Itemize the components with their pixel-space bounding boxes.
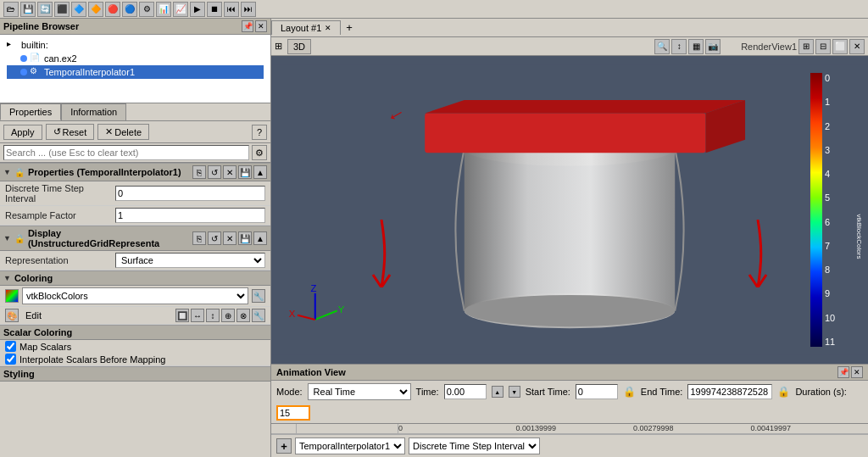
toolbar-icon-2[interactable]: 💾: [20, 2, 36, 17]
footer-source-select[interactable]: TemporalInterpolator1: [295, 437, 405, 454]
coloring-section-toggle[interactable]: ▼: [3, 274, 11, 282]
temporal-section-title: Properties (TemporalInterpolator1): [28, 167, 181, 177]
layout-tab[interactable]: Layout #1 ✕: [271, 20, 341, 35]
tab-close-btn[interactable]: ✕: [325, 24, 331, 32]
svg-text:Y: Y: [338, 304, 345, 315]
split-h-btn[interactable]: ⊞: [798, 39, 814, 54]
ruler-tick-3: 0.00419997: [751, 424, 792, 432]
representation-select[interactable]: Surface Wireframe Points Surface With Ed…: [115, 253, 265, 268]
toolbar-icon-13[interactable]: ⏹: [207, 2, 222, 17]
toolbar-icon-10[interactable]: 📊: [156, 2, 171, 17]
lock-icon-2: 🔒: [777, 386, 790, 398]
resample-factor-input[interactable]: [115, 208, 265, 223]
toolbar-icon-8[interactable]: 🔵: [122, 2, 137, 17]
toolbar-icon-3[interactable]: 🔄: [37, 2, 53, 17]
view-interact-btn[interactable]: ↕: [671, 39, 687, 54]
tree-item-canex2[interactable]: 📄 can.ex2: [7, 52, 264, 65]
legend-label-0: 0: [825, 73, 835, 83]
color-icon-4[interactable]: ⊕: [221, 309, 235, 322]
map-scalars-label: Map Scalars: [19, 342, 71, 352]
start-time-input[interactable]: [576, 384, 618, 399]
toolbar-icon-6[interactable]: 🔶: [88, 2, 103, 17]
time-spin-up[interactable]: ▲: [492, 386, 504, 398]
temporal-scroll-btn[interactable]: ▲: [253, 165, 267, 179]
view-select-btn[interactable]: ▦: [688, 39, 704, 54]
interpolate-row: Interpolate Scalars Before Mapping: [0, 353, 270, 366]
display-section-actions: ⎘ ↺ ✕ 💾 ▲: [192, 231, 267, 245]
color-icon-6[interactable]: 🔧: [252, 309, 265, 322]
rescale-btn[interactable]: 🔧: [252, 289, 265, 303]
color-icon-3[interactable]: ↕: [206, 309, 220, 322]
display-copy-btn[interactable]: ⎘: [192, 231, 206, 245]
duration-input[interactable]: [276, 405, 310, 421]
time-spin-down[interactable]: ▼: [509, 386, 520, 398]
search-settings-btn[interactable]: ⚙: [252, 145, 267, 160]
display-scroll-btn[interactable]: ▲: [253, 231, 267, 245]
add-track-btn[interactable]: +: [276, 438, 292, 454]
tab-add-btn[interactable]: +: [341, 20, 358, 36]
end-time-label: End Time:: [641, 387, 683, 397]
split-v-btn[interactable]: ⊟: [815, 39, 831, 54]
map-scalars-checkbox[interactable]: [5, 341, 16, 352]
search-input[interactable]: [3, 145, 249, 160]
tree-item-builtin[interactable]: ▸ builtin:: [7, 38, 264, 52]
reset-icon: ↺: [53, 126, 61, 137]
delete-icon: ✕: [105, 126, 113, 137]
toolbar-icon-7[interactable]: 🔴: [105, 2, 120, 17]
anim-close-btn[interactable]: ✕: [851, 366, 863, 378]
close-view-btn[interactable]: ✕: [849, 39, 865, 54]
footer-property-select[interactable]: Discrete Time Step Interval: [409, 437, 540, 454]
view-reset-btn[interactable]: 🔍: [654, 39, 670, 54]
lock-icon-display: 🔒: [14, 234, 25, 243]
toolbar-icon-14[interactable]: ⏮: [224, 2, 239, 17]
interpolate-checkbox[interactable]: [5, 354, 16, 365]
view-screenshot-btn[interactable]: 📷: [705, 39, 721, 54]
coloring-select[interactable]: vtkBlockColors: [22, 287, 248, 304]
toolbar-icon-12[interactable]: ▶: [190, 2, 205, 17]
time-input[interactable]: [444, 384, 487, 399]
anim-pin-btn[interactable]: 📌: [837, 366, 849, 378]
view-3d-btn[interactable]: 3D: [287, 39, 311, 54]
delete-button[interactable]: ✕ Delete: [97, 124, 149, 140]
display-section-toggle[interactable]: ▼: [3, 234, 11, 242]
tab-properties[interactable]: Properties: [0, 103, 61, 120]
reset-button[interactable]: ↺ Reset: [46, 124, 95, 140]
color-icon-1[interactable]: 🔲: [175, 309, 189, 322]
display-section-title: Display (UnstructuredGridRepresenta: [28, 228, 189, 248]
temporal-save-btn[interactable]: 💾: [238, 165, 252, 179]
tree-item-temporal[interactable]: ⚙ TemporalInterpolator1: [7, 65, 264, 79]
pipeline-close-btn[interactable]: ✕: [255, 20, 267, 32]
toolbar-icon-5[interactable]: 🔷: [71, 2, 86, 17]
apply-button[interactable]: Apply: [3, 125, 42, 140]
search-bar: ⚙: [0, 143, 270, 163]
temporal-reset-btn[interactable]: ↺: [208, 165, 221, 179]
temporal-delete-btn[interactable]: ✕: [223, 165, 236, 179]
help-button[interactable]: ?: [252, 125, 267, 140]
toolbar-icon-11[interactable]: 📈: [173, 2, 188, 17]
toolbar-icon-9[interactable]: ⚙: [139, 2, 154, 17]
color-icon-5[interactable]: ⊗: [236, 309, 250, 322]
temporal-copy-btn[interactable]: ⎘: [192, 165, 206, 179]
display-delete-btn[interactable]: ✕: [223, 231, 236, 245]
animation-title: Animation View: [276, 367, 346, 377]
view-mode-label: ⊞: [275, 41, 282, 52]
toolbar-icon-15[interactable]: ⏭: [241, 2, 256, 17]
eye-dot-canex2: [20, 55, 27, 62]
mode-select[interactable]: Real Time Sequence Snap To TimeSteps: [308, 383, 411, 400]
toolbar-icon-4[interactable]: ⬛: [54, 2, 70, 17]
discrete-timestep-input[interactable]: [115, 186, 265, 201]
tree-item-temporal-label: TemporalInterpolator1: [44, 67, 135, 77]
svg-point-4: [465, 295, 675, 326]
viewport[interactable]: Y Z X 0 1: [271, 56, 868, 364]
temporal-section-toggle[interactable]: ▼: [3, 168, 11, 176]
end-time-input[interactable]: [687, 384, 772, 399]
color-icon-2[interactable]: ↔: [191, 309, 204, 322]
toolbar-icon-1[interactable]: 🗁: [3, 2, 19, 17]
representation-label: Representation: [5, 255, 115, 265]
display-save-btn[interactable]: 💾: [238, 231, 252, 245]
pipeline-pin-btn[interactable]: 📌: [242, 20, 253, 32]
maximize-btn[interactable]: ⬜: [832, 39, 848, 54]
display-reset-btn[interactable]: ↺: [208, 231, 221, 245]
legend-label-10: 10: [825, 313, 835, 323]
tab-information[interactable]: Information: [61, 103, 126, 120]
